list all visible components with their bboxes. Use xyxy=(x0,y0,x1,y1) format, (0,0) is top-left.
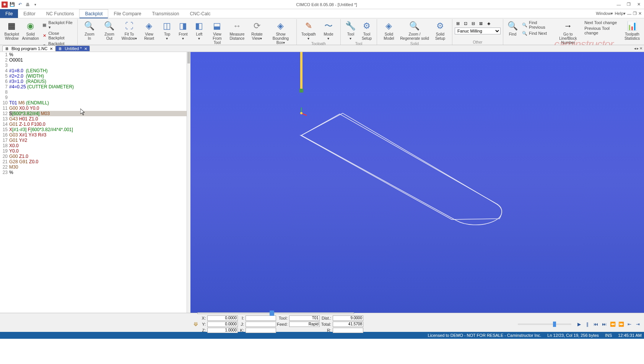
qat-dropdown-icon[interactable]: ▾ xyxy=(32,2,38,8)
ribbon-restore-icon[interactable]: ❐ xyxy=(633,11,637,16)
doc-tab-1[interactable]: 🗎Blog program 1.NC✕ xyxy=(2,46,55,51)
title-bar: ✱ 💾 ↶ 🖶 ▾ CIMCO Edit 8.05.08 - [Untitled… xyxy=(0,0,644,9)
progress-slider[interactable] xyxy=(197,312,354,314)
other-icon-4[interactable]: ⊠ xyxy=(478,20,485,27)
undo-icon[interactable]: ↶ xyxy=(17,2,23,8)
coord-x xyxy=(207,315,238,321)
tab-backplot[interactable]: Backplot xyxy=(79,9,108,18)
toolpath-statistics-button[interactable]: 📊Toolpath Statistics xyxy=(623,20,641,41)
goto-line-button[interactable]: →Go to Line/Block Number xyxy=(554,20,582,46)
play-button[interactable]: ▶ xyxy=(575,321,583,328)
print-icon[interactable]: 🖶 xyxy=(24,2,31,8)
tab-editor[interactable]: Editor xyxy=(18,9,41,18)
tab-nav-left-icon[interactable]: ◂ xyxy=(634,46,636,50)
other-icon-2[interactable]: ⊡ xyxy=(462,20,469,27)
ribbon-tabs: File Editor NC Functions Backplot File C… xyxy=(0,9,644,18)
save-icon[interactable]: 💾 xyxy=(9,2,15,8)
other-icon-3[interactable]: ⊟ xyxy=(470,20,477,27)
front-view-button[interactable]: ◨Front ▾ xyxy=(176,20,191,41)
rotate-view-button[interactable]: ⟳Rotate View▾ xyxy=(247,20,267,41)
toolpath-shape xyxy=(301,113,502,225)
left-view-button[interactable]: ◧Left ▾ xyxy=(192,20,207,41)
status-license: Licensed to DEMO - NOT FOR RESALE - Cami… xyxy=(428,333,541,338)
restore-button[interactable]: ❐ xyxy=(625,2,633,8)
step-fwd-button[interactable]: ⏭ xyxy=(600,321,608,328)
measure-distance-button[interactable]: ↔Measure Distance xyxy=(228,20,247,41)
tab-close-all-icon[interactable]: ✕ xyxy=(639,46,642,50)
view-reset-button[interactable]: ◈View Reset xyxy=(140,20,159,41)
prev-tool-change-button[interactable]: Previous Tool change xyxy=(583,26,623,36)
tab-file[interactable]: File xyxy=(0,9,18,18)
step-back-button[interactable]: ⏮ xyxy=(592,321,600,328)
solid-setup-button[interactable]: ⚙Solid Setup xyxy=(431,20,450,41)
view-from-tool-button[interactable]: ⬓View From Tool xyxy=(208,20,227,46)
control-type-select[interactable]: Fanuc Milling xyxy=(455,28,501,34)
pause-button[interactable]: ‖ xyxy=(584,321,591,328)
tab-nc-functions[interactable]: NC Functions xyxy=(41,9,80,18)
fit-to-window-button[interactable]: ⛶Fit To Window▾ xyxy=(120,20,139,41)
ribbon-close-icon[interactable]: ✕ xyxy=(638,11,642,16)
find-next-button[interactable]: 🔍Find Next xyxy=(520,30,553,36)
speed-slider[interactable] xyxy=(518,323,571,325)
code-content[interactable]: %O0001 #1=8.0 (LENGTH)#2=2.0 (WIDTH)#3=1… xyxy=(9,52,187,313)
document-tabs: 🗎Blog program 1.NC✕ 🗎Untitled *✕ ◂ ▸ ✕ xyxy=(0,45,644,52)
toolpath-button[interactable]: ✎Toolpath ▾ xyxy=(299,20,318,41)
vertical-scrollbar[interactable] xyxy=(187,52,190,313)
solid-model-button[interactable]: ◈Solid Model xyxy=(379,20,398,41)
other-icon-1[interactable]: ⊞ xyxy=(455,20,462,27)
solid-animation-icon: ◉ xyxy=(25,21,36,31)
tool-setup-icon: ⚙ xyxy=(361,21,372,31)
view-from-tool-icon: ⬓ xyxy=(212,21,223,31)
regenerate-solid-button[interactable]: 🔍Zoom / Regenerate solid xyxy=(399,20,430,41)
close-backplot-icon: ✕ xyxy=(42,33,47,38)
show-bounding-box-button[interactable]: ◈Show Bounding Box▾ xyxy=(267,20,294,46)
tool-button[interactable]: 🔧Tool ▾ xyxy=(343,20,358,41)
fit-window-icon: ⛶ xyxy=(124,21,135,31)
coord-y xyxy=(207,322,238,327)
minimize-button[interactable]: — xyxy=(615,2,623,8)
backplot-window-button[interactable]: ▦Backplot Window xyxy=(3,20,20,41)
scrollbar-thumb[interactable] xyxy=(187,52,190,63)
top-view-button[interactable]: ◫Top ▾ xyxy=(159,20,175,41)
find-icon: 🔍 xyxy=(507,21,518,31)
app-icon: ✱ xyxy=(2,2,8,8)
rewind-button[interactable]: ⇤ xyxy=(626,321,633,328)
coord-k xyxy=(246,328,276,333)
ribbon-minimize-icon[interactable]: — xyxy=(627,11,631,16)
window-menu[interactable]: Window▾ xyxy=(596,11,613,16)
coord-feed xyxy=(289,322,320,327)
tab-nav-right-icon[interactable]: ▸ xyxy=(637,46,639,50)
tool-setup-button[interactable]: ⚙Tool Setup xyxy=(359,20,374,41)
main-split: 1234567891011121314151617181920212223 %O… xyxy=(0,52,644,313)
doc-tab-2[interactable]: 🗎Untitled *✕ xyxy=(55,46,90,51)
next-tool-change-button[interactable]: Next Tool change xyxy=(583,20,623,25)
tab-cnc-calc[interactable]: CNC-Calc xyxy=(184,9,216,18)
help-menu[interactable]: Help▾ xyxy=(615,11,626,16)
zoom-out-button[interactable]: 🔍Zoom Out xyxy=(100,20,119,41)
tab-transmission[interactable]: Transmission xyxy=(146,9,184,18)
forward-end-button[interactable]: ⇥ xyxy=(634,321,642,328)
zoom-in-button[interactable]: 🔍Zoom In xyxy=(80,20,99,41)
view-reset-icon: ◈ xyxy=(144,21,154,31)
tool-shaft-icon xyxy=(300,52,302,91)
close-backplot-button[interactable]: ✕Close Backplot xyxy=(41,31,75,41)
close-tab-icon[interactable]: ✕ xyxy=(84,47,87,51)
backplot-viewport[interactable] xyxy=(190,52,644,313)
tab-file-compare[interactable]: File Compare xyxy=(108,9,146,18)
solid-animation-button[interactable]: ◉Solid Animation xyxy=(21,20,39,41)
backplot-file-button[interactable]: ▦Backplot File ▾ xyxy=(41,20,75,30)
close-button[interactable]: ✕ xyxy=(635,2,642,8)
close-tab-icon[interactable]: ✕ xyxy=(50,47,53,51)
coord-total xyxy=(333,322,363,327)
find-button[interactable]: 🔍Find xyxy=(506,20,520,37)
skip-fwd-button[interactable]: ⏩ xyxy=(617,321,625,328)
slider-thumb[interactable] xyxy=(270,310,274,316)
code-editor[interactable]: 1234567891011121314151617181920212223 %O… xyxy=(0,52,190,313)
coord-j xyxy=(246,322,276,327)
mode-button[interactable]: 〜Mode ▾ xyxy=(319,20,338,41)
skip-back-button[interactable]: ⏪ xyxy=(609,321,616,328)
zoom-out-icon: 🔍 xyxy=(104,21,115,31)
other-icon-5[interactable]: ◈ xyxy=(485,20,492,27)
find-previous-button[interactable]: 🔍Find Previous xyxy=(520,20,553,30)
speed-thumb[interactable] xyxy=(553,322,556,327)
